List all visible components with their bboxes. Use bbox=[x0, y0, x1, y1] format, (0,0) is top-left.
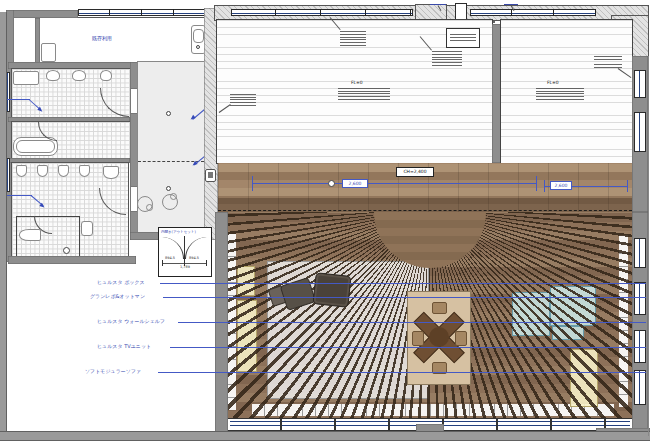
entry-door-gap-1 bbox=[130, 88, 138, 114]
door-detail-dim-right: 894.5 bbox=[189, 256, 199, 261]
wall-top-left bbox=[8, 10, 78, 18]
room-a-top-annotation bbox=[340, 30, 366, 46]
leader-hulsta-box bbox=[160, 283, 646, 284]
lounge-chair-2 bbox=[312, 272, 351, 308]
floor-plan-sheet: 既存利用 bbox=[0, 0, 650, 444]
label-soft-modular-sofa: ソフトモジュラーソファ bbox=[85, 368, 141, 374]
entry-door-gap-2 bbox=[130, 186, 138, 212]
washroom-basin-2 bbox=[72, 70, 86, 81]
dim-main-line bbox=[252, 183, 537, 184]
leader-soft-modular-sofa bbox=[158, 372, 646, 373]
corridor-edge-dashed bbox=[218, 210, 632, 211]
right-window-2-glazing bbox=[639, 113, 640, 151]
washroom-basin-1 bbox=[46, 70, 60, 81]
person-symbol-2-head bbox=[170, 193, 177, 200]
right-window-1-glazing bbox=[639, 71, 640, 97]
dim-right-tick-right bbox=[627, 180, 628, 192]
right-lower-window-4 bbox=[634, 370, 646, 405]
room-a-fl-label: FL±0 bbox=[351, 80, 363, 85]
dim-main-tick-left bbox=[252, 176, 253, 191]
table-chair-n bbox=[432, 302, 447, 314]
right-lower-window-1 bbox=[634, 238, 646, 268]
sheet-frame-left bbox=[0, 12, 7, 436]
table-center bbox=[429, 327, 449, 347]
kitchen-counter bbox=[41, 43, 56, 62]
label-hulsta-box: ヒュルスタ ボックス bbox=[97, 279, 145, 285]
kitchen-faucet bbox=[196, 45, 200, 49]
leader-wall-shelf bbox=[178, 322, 646, 323]
right-lower-glazing-1 bbox=[639, 239, 640, 267]
door-detail-title: 内開き(アウトセット) bbox=[161, 229, 196, 235]
sheet-frame-right bbox=[648, 56, 649, 436]
label-granrepo-ottoman: グランレポ&オットマン bbox=[90, 293, 145, 299]
bathtub-inner bbox=[16, 140, 55, 153]
door-detail-dim-left: 894.5 bbox=[165, 256, 175, 261]
room-b-fl-label: FL±0 bbox=[547, 80, 559, 85]
sheet-frame-bottom bbox=[0, 431, 650, 441]
label-tv-unit: ヒュルスタ TVユニット bbox=[97, 343, 151, 349]
right-window-1 bbox=[634, 70, 646, 98]
right-lower-glazing-2 bbox=[639, 283, 640, 314]
table-chair-e bbox=[455, 331, 467, 346]
room-a-left-annotation bbox=[230, 94, 256, 106]
door-detail-tick-l bbox=[162, 260, 163, 266]
entry-marker-1 bbox=[166, 111, 171, 116]
accessible-sink bbox=[63, 247, 70, 254]
leader-tv-unit bbox=[170, 347, 646, 348]
wall-left-wing-bottom bbox=[8, 256, 136, 264]
washroom-basin-3 bbox=[100, 70, 112, 81]
person-symbol-1-head bbox=[146, 204, 153, 211]
room-b-right-annotation bbox=[594, 56, 622, 68]
wall-entry-hall-divider bbox=[204, 8, 218, 240]
door-detail-dim-total: 1,789 bbox=[180, 265, 190, 270]
room-divider-wall bbox=[492, 24, 501, 163]
top-wall-column bbox=[455, 3, 467, 20]
entry-marker-2 bbox=[166, 186, 171, 191]
urinal-3 bbox=[58, 165, 69, 177]
dim-main-tick-right bbox=[536, 176, 537, 191]
room-note-label: 既存利用 bbox=[92, 35, 112, 41]
kitchen-window-mullions bbox=[78, 9, 206, 16]
room-b-top-annotation bbox=[432, 50, 462, 66]
leader-granrepo-ottoman bbox=[163, 297, 646, 298]
top-window-1-mullions bbox=[231, 9, 413, 16]
right-window-2 bbox=[634, 112, 646, 152]
dim-right-tick-left bbox=[544, 180, 545, 192]
room-b-fl-notes bbox=[536, 88, 584, 100]
table-chair-w bbox=[412, 331, 424, 346]
ceiling-height-tag: CH=2,400 bbox=[396, 167, 434, 177]
dim-right-tag: 2,600 bbox=[550, 181, 572, 190]
urinal-1 bbox=[16, 165, 27, 177]
kitchen-sink-basin bbox=[193, 29, 204, 43]
room-a-fl-notes bbox=[338, 88, 390, 100]
toilet bbox=[103, 166, 119, 179]
washroom-counter-sink bbox=[13, 71, 39, 85]
accessible-toilet bbox=[19, 229, 41, 241]
right-lower-glazing-4 bbox=[639, 371, 640, 404]
kitchen-divider-wall bbox=[35, 18, 40, 63]
dim-main-tag: 2,600 bbox=[342, 179, 368, 188]
urinal-4 bbox=[79, 165, 90, 177]
dim-main-node bbox=[328, 180, 335, 187]
room-b-annotation-box-text bbox=[450, 33, 476, 41]
urinal-2 bbox=[37, 165, 48, 177]
waiting-chair bbox=[81, 221, 93, 236]
wall-kitchen-washroom bbox=[8, 62, 136, 69]
console-glyph bbox=[208, 172, 213, 178]
top-wall-block-mid bbox=[416, 5, 446, 20]
label-wall-shelf: ヒュルスタ ウォールシェルフ bbox=[97, 318, 165, 324]
right-lower-window-2 bbox=[634, 282, 646, 315]
door-detail-tick-r bbox=[206, 260, 207, 266]
top-window-2-mullions bbox=[470, 9, 596, 16]
